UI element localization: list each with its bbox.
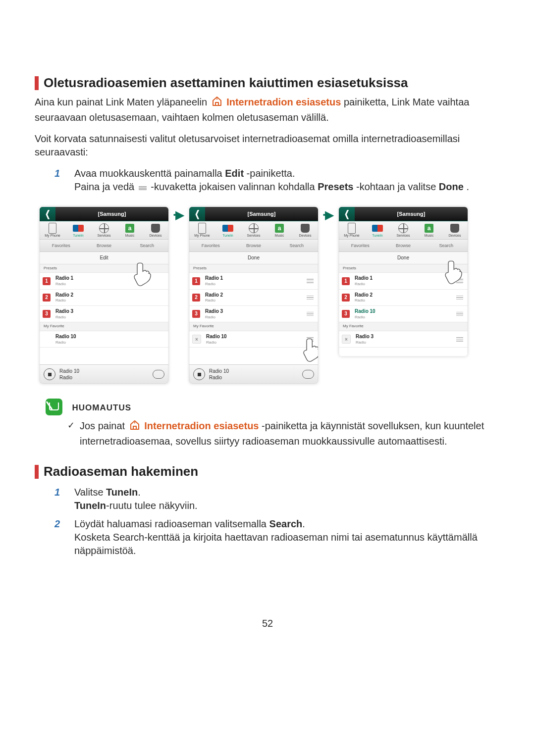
back-button[interactable]: ❮ (339, 207, 355, 221)
step1a-post: -painiketta. (247, 168, 295, 179)
station-sub: Radio (55, 298, 165, 303)
source-devices[interactable]: Devices (442, 221, 468, 239)
tab-search[interactable]: Search (275, 240, 318, 252)
source-services[interactable]: Services (390, 221, 416, 239)
station-sub: Radio (55, 340, 165, 346)
source-my-phone[interactable]: My Phone (339, 221, 365, 239)
arrow-icon: •••▶ (168, 207, 189, 223)
step1b-pre: Paina ja vedä (74, 181, 137, 192)
s2s2-bold: Search (269, 518, 303, 529)
source-my-phone[interactable]: My Phone (40, 221, 65, 239)
drag-handle-icon[interactable] (455, 279, 465, 283)
source-my-phone[interactable]: My Phone (189, 221, 215, 239)
tab-browse[interactable]: Browse (382, 240, 425, 252)
preset-row[interactable]: 1Radio 1Radio (189, 273, 318, 289)
source-services[interactable]: Services (241, 221, 267, 239)
preset-row[interactable]: 3Radio 3Radio (40, 306, 168, 322)
mini-player[interactable]: Radio 10Radio (189, 364, 318, 384)
myfavorite-label: My Favorite (339, 322, 468, 331)
preset-row[interactable]: 3Radio 3Radio (189, 306, 318, 322)
drag-handle-icon[interactable] (455, 337, 465, 342)
source-label: Devices (299, 234, 312, 237)
devices-icon (450, 224, 459, 233)
favorite-row[interactable]: ×Radio 3Radio (339, 331, 468, 348)
chevron-left-icon: ❮ (195, 208, 200, 220)
source-devices[interactable]: Devices (292, 221, 318, 239)
source-label: TuneIn (222, 234, 233, 237)
preset-badge: 1 (43, 277, 51, 285)
done-button[interactable]: Done (189, 252, 318, 264)
drag-handle-icon[interactable] (305, 337, 315, 342)
source-label: Devices (449, 234, 461, 237)
preset-badge: 2 (192, 294, 200, 302)
volume-icon[interactable] (153, 370, 164, 379)
favorite-row[interactable]: Radio 10Radio (40, 331, 168, 348)
drag-handle-icon[interactable] (305, 296, 315, 300)
favorite-row[interactable]: ×Radio 10Radio (189, 331, 318, 348)
done-label: Done (397, 255, 409, 260)
note-text: Jos painat Internetradion esiasetus -pai… (80, 419, 500, 448)
source-tunein[interactable]: TuneIn (65, 221, 91, 239)
station-sub: Radio (205, 282, 305, 287)
step1b-mid: -kuvaketta jokaisen valinnan kohdalla (151, 181, 318, 192)
drag-handle-icon[interactable] (455, 312, 465, 316)
edit-button[interactable]: Edit (40, 252, 168, 264)
source-music[interactable]: aMusic (416, 221, 442, 239)
source-music[interactable]: aMusic (117, 221, 143, 239)
back-button[interactable]: ❮ (40, 207, 55, 221)
tab-favorites[interactable]: Favorites (40, 240, 83, 252)
app-title: [Samsung] (55, 210, 168, 218)
station-sub: Radio (55, 282, 165, 287)
tab-browse[interactable]: Browse (83, 240, 126, 252)
amazon-music-icon: a (125, 224, 134, 233)
mini-player[interactable]: Radio 10Radio (40, 364, 168, 384)
station-sub: Radio (205, 315, 305, 320)
preset-badge: 3 (43, 310, 51, 318)
volume-icon[interactable] (302, 370, 314, 379)
step1b-bold1: Presets (318, 181, 353, 192)
station-name: Radio 1 (55, 275, 165, 282)
source-devices[interactable]: Devices (143, 221, 168, 239)
s2s2-line2: Kosketa Search-kenttää ja kirjoita haett… (74, 532, 478, 556)
done-button[interactable]: Done (339, 252, 468, 264)
stop-button[interactable] (44, 368, 55, 380)
mockup-strip: ❮ [Samsung] My Phone TuneIn Services aMu… (35, 207, 500, 384)
drag-handle-icon[interactable] (305, 279, 315, 283)
tab-favorites[interactable]: Favorites (339, 240, 382, 252)
stop-button[interactable] (193, 368, 205, 380)
grip-icon (138, 181, 147, 194)
tab-browse[interactable]: Browse (232, 240, 275, 252)
source-label: Devices (150, 234, 162, 237)
step1a-pre: Avaa muokkauskenttä painamalla (74, 168, 225, 179)
preset-row[interactable]: 2Radio 2Radio (189, 290, 318, 306)
preset-row[interactable]: 1Radio 1Radio (339, 273, 468, 289)
tab-favorites[interactable]: Favorites (189, 240, 232, 252)
source-label: My Phone (45, 234, 60, 237)
source-label: My Phone (344, 234, 360, 237)
source-label: Music (425, 234, 433, 237)
remove-badge[interactable]: × (192, 335, 201, 344)
drag-handle-icon[interactable] (305, 312, 315, 316)
preset-row[interactable]: 1Radio 1Radio (40, 273, 168, 289)
phone-icon (49, 223, 56, 234)
preset-row[interactable]: 2Radio 2Radio (40, 290, 168, 306)
source-services[interactable]: Services (91, 221, 117, 239)
source-tunein[interactable]: TuneIn (215, 221, 241, 239)
section2-heading: Radioaseman hakeminen (44, 463, 198, 480)
note-title: HUOMAUTUS (72, 403, 132, 412)
preset-row[interactable]: 2Radio 2Radio (339, 290, 468, 306)
preset-row[interactable]: 3Radio 10Radio (339, 306, 468, 322)
station-name: Radio 3 (356, 333, 455, 340)
svg-point-0 (216, 99, 217, 100)
source-tunein[interactable]: TuneIn (365, 221, 390, 239)
remove-badge[interactable]: × (342, 335, 351, 344)
phone-mockup-b: ❮ [Samsung] My Phone TuneIn Services aMu… (189, 207, 318, 384)
back-button[interactable]: ❮ (189, 207, 205, 221)
drag-handle-icon[interactable] (455, 296, 465, 300)
source-music[interactable]: aMusic (267, 221, 292, 239)
station-name: Radio 1 (205, 275, 305, 282)
tab-search[interactable]: Search (425, 240, 468, 252)
app-title: [Samsung] (355, 210, 468, 218)
tab-search[interactable]: Search (125, 240, 168, 252)
station-sub: Radio (355, 298, 455, 303)
